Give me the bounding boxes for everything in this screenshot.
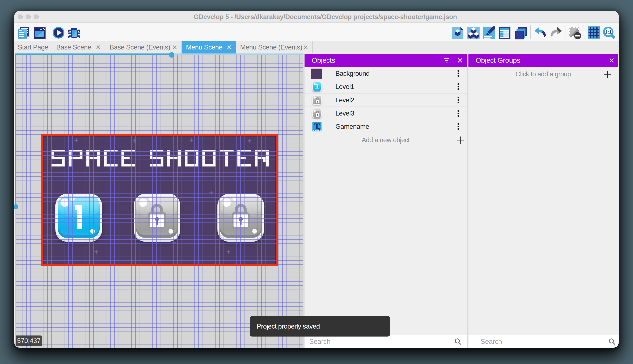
svg-text:1:1: 1:1 [605, 29, 611, 34]
